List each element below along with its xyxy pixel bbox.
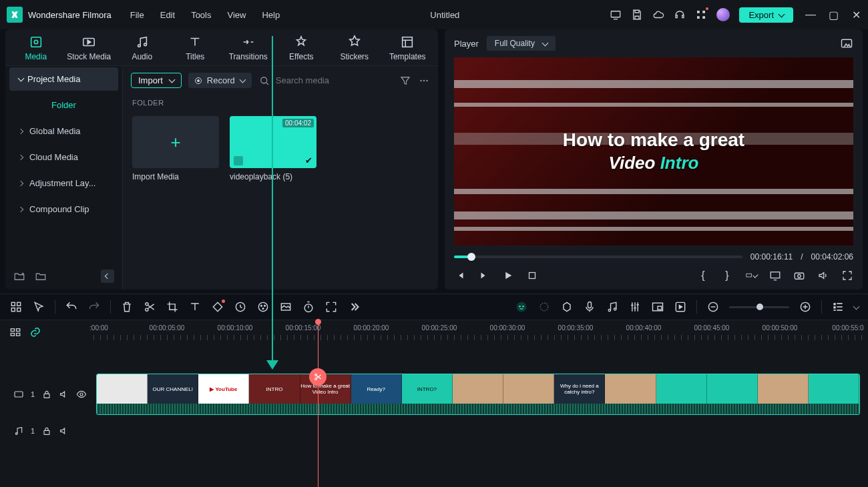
redo-icon[interactable]	[87, 300, 101, 314]
zoom-slider[interactable]	[729, 306, 789, 308]
media-clip-tile[interactable]: 00:04:02 ✔ videoplayback (5)	[230, 116, 316, 181]
video-track-clips[interactable]: OUR CHANNEL!▶ YouTubeINTROHow to make a …	[93, 371, 868, 418]
video-preview[interactable]: How to make a great Video Intro	[454, 57, 853, 246]
mark-in-icon[interactable]: {	[697, 270, 709, 282]
crop-icon[interactable]	[166, 300, 179, 314]
volume-icon[interactable]	[817, 270, 829, 282]
view-menu-icon[interactable]	[831, 300, 845, 314]
menu-tools[interactable]: Tools	[191, 10, 211, 20]
chevron-down-icon[interactable]	[853, 303, 860, 310]
eye-icon[interactable]	[76, 389, 87, 400]
tab-effects[interactable]: Effects	[275, 35, 329, 65]
playhead[interactable]	[318, 320, 318, 487]
sparkle-icon[interactable]	[537, 300, 551, 314]
snapshot-icon[interactable]	[840, 37, 853, 50]
ai-icon[interactable]	[515, 300, 528, 314]
close-button[interactable]: ✕	[851, 9, 861, 21]
maximize-button[interactable]: ▢	[828, 9, 839, 21]
more-tools-icon[interactable]	[347, 300, 361, 314]
import-media-tile[interactable]: + Import Media	[132, 116, 219, 181]
menu-help[interactable]: Help	[262, 10, 280, 20]
link-icon[interactable]	[29, 326, 41, 338]
keyframe-icon[interactable]	[211, 300, 224, 314]
pip-icon[interactable]	[651, 300, 664, 314]
camera-icon[interactable]	[793, 270, 805, 282]
timer-icon[interactable]	[302, 300, 315, 314]
mute-icon[interactable]	[59, 389, 69, 400]
mark-out-icon[interactable]: }	[721, 270, 733, 282]
save-icon[interactable]	[631, 9, 643, 21]
record-button[interactable]: Record	[188, 73, 252, 88]
tab-media[interactable]: Media	[9, 35, 63, 65]
more-icon[interactable]	[418, 75, 430, 87]
sidebar-project-media[interactable]: Project Media	[9, 67, 118, 91]
sidebar-folder[interactable]: Folder	[9, 93, 118, 117]
play-icon[interactable]	[502, 270, 514, 282]
display-icon[interactable]	[769, 270, 781, 282]
zoom-knob[interactable]	[756, 304, 763, 310]
sidebar-adjustment-layer[interactable]: Adjustment Lay...	[9, 171, 118, 195]
music-icon[interactable]	[606, 300, 619, 314]
ratio-icon[interactable]	[745, 270, 757, 282]
tab-transitions[interactable]: Transitions	[222, 35, 275, 65]
tab-stock-media[interactable]: Stock Media	[63, 35, 116, 65]
scrub-bar[interactable]	[454, 256, 742, 258]
text-icon[interactable]	[188, 300, 202, 314]
track-manager-icon[interactable]	[9, 326, 21, 338]
search-icon[interactable]	[258, 75, 270, 87]
zoom-in-icon[interactable]	[799, 300, 812, 314]
zoom-out-icon[interactable]	[706, 300, 720, 314]
lock-icon[interactable]	[41, 426, 52, 436]
next-frame-icon[interactable]	[478, 270, 490, 282]
export-button[interactable]: Export	[739, 7, 793, 23]
scrub-knob[interactable]	[467, 253, 475, 261]
tab-titles[interactable]: Titles	[169, 35, 222, 65]
grid-icon[interactable]	[9, 300, 23, 314]
lock-icon[interactable]	[41, 389, 52, 400]
video-clip[interactable]: OUR CHANNEL!▶ YouTubeINTROHow to make a …	[96, 374, 860, 415]
undo-icon[interactable]	[65, 300, 78, 314]
menu-edit[interactable]: Edit	[160, 10, 175, 20]
color-icon[interactable]	[256, 300, 270, 314]
search-input[interactable]	[276, 75, 393, 85]
headset-icon[interactable]	[674, 9, 686, 21]
filter-icon[interactable]	[399, 75, 411, 87]
collapse-sidebar-button[interactable]	[101, 270, 114, 283]
expand-icon[interactable]	[324, 300, 338, 314]
sidebar-global-media[interactable]: Global Media	[9, 119, 118, 143]
video-track-icon[interactable]	[13, 389, 24, 400]
mask-icon[interactable]	[279, 300, 292, 314]
cursor-icon[interactable]	[32, 300, 45, 314]
mute-icon[interactable]	[59, 426, 69, 436]
time-ruler[interactable]: :00:0000:00:05:0000:00:10:0000:00:15:000…	[93, 320, 868, 344]
fullscreen-icon[interactable]	[841, 270, 853, 282]
menu-file[interactable]: File	[130, 10, 144, 20]
prev-frame-icon[interactable]	[454, 270, 466, 282]
apps-icon[interactable]	[695, 9, 707, 21]
menu-view[interactable]: View	[227, 10, 246, 20]
stop-icon[interactable]	[526, 270, 538, 282]
speed-icon[interactable]	[234, 300, 247, 314]
minimize-button[interactable]: —	[805, 9, 816, 21]
tab-audio[interactable]: Audio	[116, 35, 169, 65]
screen-icon[interactable]	[610, 9, 622, 21]
mic-icon[interactable]	[583, 300, 596, 314]
cloud-icon[interactable]	[652, 9, 664, 21]
sidebar-compound-clip[interactable]: Compound Clip	[9, 197, 118, 221]
user-avatar[interactable]	[716, 8, 730, 21]
sidebar-cloud-media[interactable]: Cloud Media	[9, 145, 118, 169]
tab-templates[interactable]: Templates	[381, 35, 435, 65]
scissors-icon[interactable]	[143, 300, 156, 314]
tab-stickers[interactable]: Stickers	[328, 35, 381, 65]
marker-icon[interactable]	[560, 300, 574, 314]
new-folder-icon[interactable]	[35, 270, 47, 282]
import-button[interactable]: Import	[131, 73, 182, 88]
delete-icon[interactable]	[120, 300, 134, 314]
quality-dropdown[interactable]: Full Quality	[487, 36, 556, 51]
audio-track-icon[interactable]	[13, 426, 24, 436]
new-folder-plus-icon[interactable]	[13, 270, 25, 282]
audio-track-clips[interactable]	[93, 418, 868, 444]
split-badge[interactable]	[309, 368, 327, 386]
render-icon[interactable]	[674, 300, 687, 314]
mixer-icon[interactable]	[628, 300, 642, 314]
